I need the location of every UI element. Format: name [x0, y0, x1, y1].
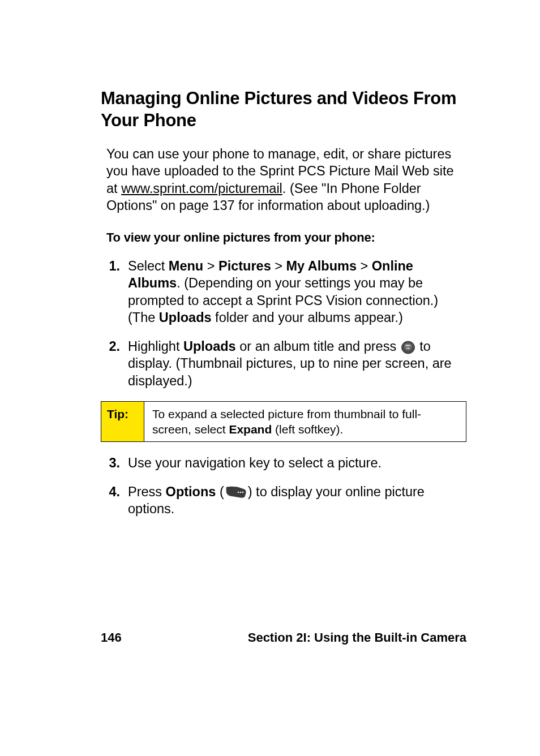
- step-text: Press: [128, 484, 166, 499]
- ok-button-icon: MENUOK: [401, 341, 415, 354]
- intro-paragraph: You can use your phone to manage, edit, …: [106, 145, 466, 214]
- step-number: 1.: [106, 257, 128, 327]
- step-number: 2.: [106, 338, 128, 390]
- uploads-label: Uploads: [159, 310, 212, 325]
- step-1: 1. Select Menu > Pictures > My Albums > …: [106, 257, 466, 327]
- step-3: 3. Use your navigation key to select a p…: [106, 454, 466, 472]
- picturemail-link[interactable]: www.sprint.com/picturemail: [121, 181, 282, 196]
- step-number: 3.: [106, 454, 128, 472]
- step-body: Use your navigation key to select a pict…: [128, 454, 466, 472]
- step-text: Use your navigation key to select a pict…: [128, 456, 382, 470]
- step-body: Select Menu > Pictures > My Albums > Onl…: [128, 257, 466, 327]
- step-text: Highlight: [128, 339, 183, 354]
- step-body: Press Options () to display your online …: [128, 483, 466, 518]
- sep: >: [357, 259, 372, 273]
- step-2: 2. Highlight Uploads or an album title a…: [106, 338, 466, 390]
- tip-text: (left softkey).: [272, 423, 343, 436]
- menu-label: Menu: [169, 259, 203, 273]
- tip-label: Tip:: [101, 402, 144, 442]
- page-heading: Managing Online Pictures and Videos From…: [101, 88, 466, 132]
- section-title: Section 2I: Using the Built-in Camera: [248, 630, 466, 645]
- tip-body: To expand a selected picture from thumbn…: [144, 402, 466, 442]
- steps-list-2: 3. Use your navigation key to select a p…: [106, 454, 466, 518]
- page-footer: 146 Section 2I: Using the Built-in Camer…: [0, 630, 540, 645]
- myalbums-label: My Albums: [286, 259, 357, 273]
- right-softkey-icon: [225, 486, 247, 499]
- step-text: or an album title and press: [236, 339, 400, 354]
- uploads-label: Uploads: [183, 339, 236, 354]
- step-text: (: [216, 484, 224, 499]
- page-number: 146: [101, 630, 122, 645]
- tip-box: Tip: To expand a selected picture from t…: [101, 401, 466, 443]
- instruction-subhead: To view your online pictures from your p…: [106, 230, 466, 245]
- sep: >: [203, 259, 218, 273]
- svg-point-5: [239, 492, 241, 493]
- svg-point-6: [242, 492, 243, 493]
- expand-label: Expand: [229, 423, 272, 436]
- step-number: 4.: [106, 483, 128, 518]
- step-body: Highlight Uploads or an album title and …: [128, 338, 466, 390]
- svg-point-4: [237, 492, 239, 493]
- svg-text:OK: OK: [406, 346, 410, 349]
- options-label: Options: [166, 484, 216, 499]
- pictures-label: Pictures: [218, 259, 271, 273]
- step-4: 4. Press Options () to display your onli…: [106, 483, 466, 518]
- sep: >: [271, 259, 286, 273]
- step-text: folder and your albums appear.): [212, 310, 403, 325]
- steps-list: 1. Select Menu > Pictures > My Albums > …: [106, 257, 466, 390]
- step-text: Select: [128, 259, 169, 273]
